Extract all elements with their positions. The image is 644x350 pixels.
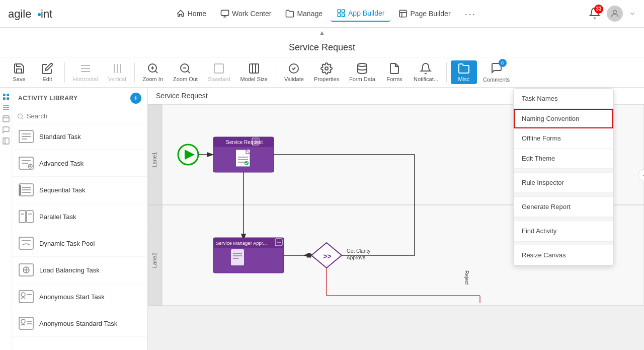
svg-text:agile: agile <box>8 8 31 20</box>
misc-dropdown-menu: Task Names Naming Convention Offline For… <box>513 88 614 265</box>
horizontal-button[interactable]: Horizontal <box>69 60 102 84</box>
page-title: Service Request <box>0 38 644 57</box>
list-item[interactable]: Parallel Task <box>12 203 147 230</box>
nav-home[interactable]: Home <box>170 6 212 21</box>
left-icon-shape[interactable] <box>1 114 11 124</box>
svg-rect-63 <box>27 211 33 223</box>
dropdown-naming-convention[interactable]: Naming Convention <box>514 109 613 128</box>
svg-rect-27 <box>214 64 223 73</box>
properties-button[interactable]: Properties <box>310 60 343 84</box>
svg-rect-3 <box>221 10 229 16</box>
left-icon-chat[interactable] <box>1 125 11 135</box>
sequential-task-label: Sequential Task <box>39 186 86 194</box>
dropdown-resize-canvas[interactable]: Resize Canvas <box>514 245 613 265</box>
dropdown-separator <box>514 169 613 173</box>
svg-text:Service Request: Service Request <box>226 139 263 145</box>
list-item[interactable]: Dynamic Task Pool <box>12 230 147 257</box>
standard-task-icon <box>18 128 34 145</box>
svg-point-73 <box>21 293 25 297</box>
svg-rect-62 <box>19 211 26 223</box>
nav-more[interactable]: ··· <box>459 5 482 23</box>
comments-button[interactable]: 0 Comments <box>479 60 514 85</box>
load-balancing-task-label: Load Balancing Task <box>39 266 100 274</box>
svg-text:int: int <box>41 8 52 20</box>
zoomin-button[interactable]: Zoom In <box>139 60 167 84</box>
list-item[interactable]: Load Balancing Task <box>12 257 147 284</box>
svg-rect-75 <box>19 317 33 329</box>
list-item[interactable]: Anonymous Start Task <box>12 284 147 310</box>
activity-library-sidebar: ACTIVITY LIBRARY + Standard Task <box>12 88 148 350</box>
dropdown-separator-4 <box>514 241 613 245</box>
top-navigation: agile int Home Work Center Manage App Bu… <box>0 0 644 28</box>
modelsize-button[interactable]: Model Size <box>236 60 272 84</box>
anonymous-standard-task-label: Anonymous Standard Task <box>39 320 117 327</box>
user-menu[interactable] <box>607 6 636 22</box>
nav-workcenter[interactable]: Work Center <box>214 6 277 21</box>
standard-button[interactable]: Standard <box>204 60 234 84</box>
list-item[interactable]: Anonymous Standard Task <box>12 310 147 337</box>
toolbar-separator <box>64 62 65 83</box>
list-item[interactable]: Advanced Task <box>12 150 147 177</box>
svg-point-13 <box>613 10 617 14</box>
svg-rect-10 <box>400 10 407 17</box>
dynamic-task-pool-icon <box>18 235 34 251</box>
advanced-task-label: Advanced Task <box>39 160 84 167</box>
nav-manage[interactable]: Manage <box>279 6 329 21</box>
advanced-task-icon <box>18 155 34 171</box>
dropdown-separator-3 <box>514 217 613 221</box>
svg-rect-43 <box>3 138 9 144</box>
search-input[interactable] <box>27 112 142 120</box>
load-balancing-icon <box>18 262 34 278</box>
svg-point-76 <box>21 319 25 323</box>
forms-button[interactable]: Forms <box>381 60 408 84</box>
svg-text:Get Clarity: Get Clarity <box>347 248 370 254</box>
dropdown-edit-theme[interactable]: Edit Theme <box>514 149 613 169</box>
logo[interactable]: agile int <box>8 5 63 23</box>
dropdown-generate-report[interactable]: Generate Report <box>514 197 613 217</box>
toolbar-separator-3 <box>276 62 276 83</box>
edit-button[interactable]: Edit <box>34 60 60 84</box>
nav-pagebuilder[interactable]: Page Builder <box>392 6 456 21</box>
left-icon-list[interactable] <box>1 103 11 113</box>
dynamic-task-pool-label: Dynamic Task Pool <box>39 240 95 247</box>
validate-button[interactable]: Validate <box>280 60 308 84</box>
sidebar-header: ACTIVITY LIBRARY + <box>12 88 147 109</box>
dropdown-find-activity[interactable]: Find Activity <box>514 221 613 241</box>
left-icon-grid[interactable] <box>1 92 11 102</box>
dropdown-rule-inspector[interactable]: Rule Inspector <box>514 173 613 193</box>
sidebar-add-button[interactable]: + <box>130 93 141 104</box>
sequential-task-icon <box>18 182 34 198</box>
save-button[interactable]: Save <box>6 60 32 84</box>
dropdown-task-names[interactable]: Task Names <box>514 89 613 109</box>
toolbar-separator-2 <box>134 62 135 83</box>
svg-text:Approve: Approve <box>347 255 366 260</box>
svg-rect-28 <box>250 64 259 73</box>
svg-rect-106 <box>231 249 244 265</box>
search-box <box>12 109 147 123</box>
notifications-button[interactable]: Notificat... <box>410 60 442 84</box>
list-item[interactable]: Sequential Task <box>12 177 147 203</box>
zoomout-button[interactable]: Zoom Out <box>169 60 202 84</box>
parallel-task-label: Parallel Task <box>39 213 76 221</box>
svg-rect-41 <box>3 116 9 122</box>
formdata-button[interactable]: Form Data <box>345 60 379 84</box>
notifications-bell[interactable]: 33 <box>589 7 601 21</box>
svg-point-45 <box>18 114 23 118</box>
vertical-button[interactable]: Vertical <box>104 60 130 84</box>
svg-rect-35 <box>7 94 9 96</box>
svg-rect-34 <box>3 94 6 96</box>
search-icon <box>17 113 24 120</box>
svg-rect-72 <box>19 291 33 303</box>
left-icon-code[interactable] <box>1 136 11 146</box>
svg-point-32 <box>325 67 328 70</box>
anonymous-standard-icon <box>18 315 34 331</box>
svg-text:>>: >> <box>323 252 331 260</box>
user-menu-chevron <box>629 10 636 17</box>
list-item[interactable]: Standard Task <box>12 123 147 150</box>
svg-line-46 <box>22 117 23 118</box>
collapse-arrow[interactable]: ▲ <box>0 28 644 38</box>
misc-button[interactable]: Misc <box>451 60 477 84</box>
anonymous-start-task-label: Anonymous Start Task <box>39 293 105 301</box>
nav-appbuilder[interactable]: App Builder <box>331 6 390 22</box>
dropdown-offline-forms[interactable]: Offline Forms <box>514 128 613 149</box>
